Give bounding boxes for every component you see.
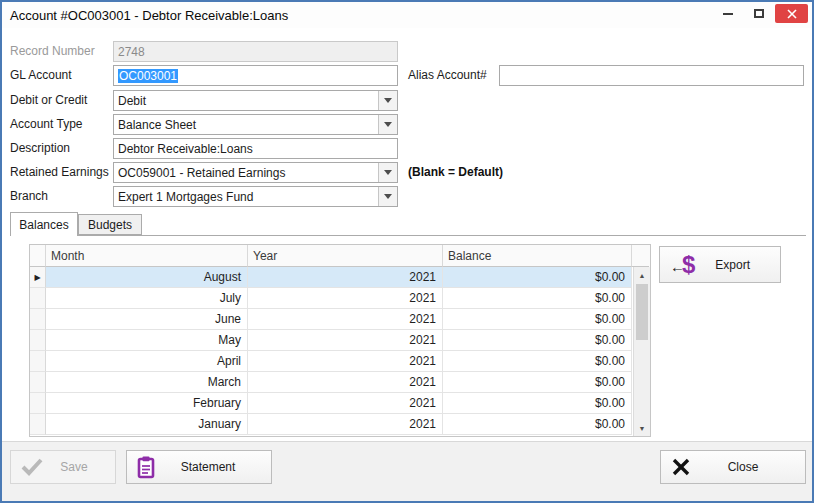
record-number-field: 2748: [113, 41, 398, 62]
retained-earnings-combo[interactable]: OC059001 - Retained Earnings: [113, 162, 398, 183]
month-cell[interactable]: July: [46, 288, 248, 309]
retained-earnings-label: Retained Earnings: [10, 165, 109, 179]
record-number-label: Record Number: [10, 44, 95, 58]
grid-row[interactable]: July2021$0.00: [30, 288, 633, 309]
year-cell[interactable]: 2021: [248, 372, 443, 393]
scroll-up-icon[interactable]: ▲: [634, 267, 650, 283]
balance-column-header[interactable]: Balance: [443, 245, 632, 267]
account-type-combo[interactable]: Balance Sheet: [113, 114, 398, 135]
year-column-header[interactable]: Year: [248, 245, 443, 267]
year-cell[interactable]: 2021: [248, 393, 443, 414]
balance-cell[interactable]: $0.00: [443, 414, 632, 435]
close-window-button[interactable]: [775, 4, 808, 23]
account-type-label: Account Type: [10, 117, 83, 131]
close-button[interactable]: Close: [660, 450, 806, 484]
gl-account-value: OC003001: [118, 69, 178, 83]
row-selector-header: [30, 245, 46, 267]
month-cell[interactable]: May: [46, 330, 248, 351]
bottom-bar: Save Statement Close: [2, 441, 812, 501]
grid-header: Month Year Balance: [30, 245, 650, 267]
scrollbar-thumb[interactable]: [636, 284, 648, 340]
row-selector-cell[interactable]: [30, 372, 46, 393]
account-dialog: Account #OC003001 - Debtor Receivable:Lo…: [0, 0, 814, 503]
year-cell[interactable]: 2021: [248, 309, 443, 330]
balance-cell[interactable]: $0.00: [443, 372, 632, 393]
statement-clipboard-icon: [137, 456, 155, 479]
tab-budgets[interactable]: Budgets: [78, 214, 142, 235]
row-selector-cell[interactable]: [30, 393, 46, 414]
debit-credit-value: Debit: [118, 94, 146, 108]
row-selector-cell[interactable]: [30, 330, 46, 351]
account-type-dropdown-arrow-icon[interactable]: [378, 115, 397, 134]
month-cell[interactable]: March: [46, 372, 248, 393]
row-selector-arrow-icon[interactable]: ▶: [30, 267, 46, 288]
year-cell[interactable]: 2021: [248, 267, 443, 288]
balance-cell[interactable]: $0.00: [443, 267, 632, 288]
month-cell[interactable]: August: [46, 267, 248, 288]
maximize-icon: [754, 9, 764, 18]
balance-cell[interactable]: $0.00: [443, 309, 632, 330]
minimize-button[interactable]: [713, 4, 742, 23]
debit-credit-combo[interactable]: Debit: [113, 90, 398, 111]
retained-earnings-value: OC059001 - Retained Earnings: [118, 166, 285, 180]
month-cell[interactable]: February: [46, 393, 248, 414]
statement-button-label: Statement: [155, 460, 271, 474]
gl-account-field[interactable]: OC003001: [113, 65, 398, 86]
row-selector-cell[interactable]: [30, 351, 46, 372]
grid-row[interactable]: ▶August2021$0.00: [30, 267, 633, 288]
alias-account-field[interactable]: [499, 65, 804, 86]
balance-cell[interactable]: $0.00: [443, 351, 632, 372]
debit-credit-label: Debit or Credit: [10, 93, 87, 107]
description-field[interactable]: Debtor Receivable:Loans: [113, 138, 398, 159]
debit-credit-dropdown-arrow-icon[interactable]: [378, 91, 397, 110]
month-cell[interactable]: June: [46, 309, 248, 330]
year-cell[interactable]: 2021: [248, 414, 443, 435]
balances-grid: Month Year Balance ▶August2021$0.00July2…: [29, 244, 651, 437]
grid-body: ▶August2021$0.00July2021$0.00June2021$0.…: [30, 267, 633, 436]
titlebar: Account #OC003001 - Debtor Receivable:Lo…: [2, 2, 812, 28]
grid-row[interactable]: April2021$0.00: [30, 351, 633, 372]
grid-row[interactable]: May2021$0.00: [30, 330, 633, 351]
export-dollar-icon: ← $: [670, 251, 695, 279]
save-button[interactable]: Save: [10, 450, 116, 484]
balance-cell[interactable]: $0.00: [443, 393, 632, 414]
balance-cell[interactable]: $0.00: [443, 288, 632, 309]
year-cell[interactable]: 2021: [248, 330, 443, 351]
close-icon: [787, 9, 797, 19]
month-cell[interactable]: April: [46, 351, 248, 372]
close-button-label: Close: [691, 460, 805, 474]
row-selector-cell[interactable]: [30, 288, 46, 309]
statement-button[interactable]: Statement: [126, 450, 272, 484]
maximize-button[interactable]: [744, 4, 773, 23]
minimize-icon: [723, 13, 733, 15]
window-title: Account #OC003001 - Debtor Receivable:Lo…: [10, 8, 288, 23]
grid-row[interactable]: February2021$0.00: [30, 393, 633, 414]
account-type-value: Balance Sheet: [118, 118, 196, 132]
grid-row[interactable]: March2021$0.00: [30, 372, 633, 393]
month-cell[interactable]: January: [46, 414, 248, 435]
close-x-icon: [671, 457, 691, 477]
year-cell[interactable]: 2021: [248, 288, 443, 309]
branch-dropdown-arrow-icon[interactable]: [378, 187, 397, 206]
scroll-down-icon[interactable]: ▼: [634, 420, 650, 436]
grid-row[interactable]: January2021$0.00: [30, 414, 633, 435]
month-column-header[interactable]: Month: [46, 245, 248, 267]
export-button[interactable]: ← $ Export: [659, 246, 781, 283]
branch-label: Branch: [10, 189, 48, 203]
header-filler: [632, 245, 649, 267]
row-selector-cell[interactable]: [30, 309, 46, 330]
branch-combo[interactable]: Expert 1 Mortgages Fund: [113, 186, 398, 207]
description-value: Debtor Receivable:Loans: [118, 142, 253, 156]
grid-row[interactable]: June2021$0.00: [30, 309, 633, 330]
year-cell[interactable]: 2021: [248, 351, 443, 372]
row-selector-cell[interactable]: [30, 414, 46, 435]
retained-earnings-note: (Blank = Default): [408, 165, 503, 179]
record-number-value: 2748: [118, 45, 145, 59]
tabstrip-divider: [10, 235, 806, 236]
balance-cell[interactable]: $0.00: [443, 330, 632, 351]
retained-earnings-dropdown-arrow-icon[interactable]: [378, 163, 397, 182]
vertical-scrollbar[interactable]: ▲ ▼: [633, 267, 650, 436]
save-check-icon: [21, 458, 43, 476]
tab-balances[interactable]: Balances: [10, 212, 78, 236]
alias-account-label: Alias Account#: [408, 68, 487, 82]
